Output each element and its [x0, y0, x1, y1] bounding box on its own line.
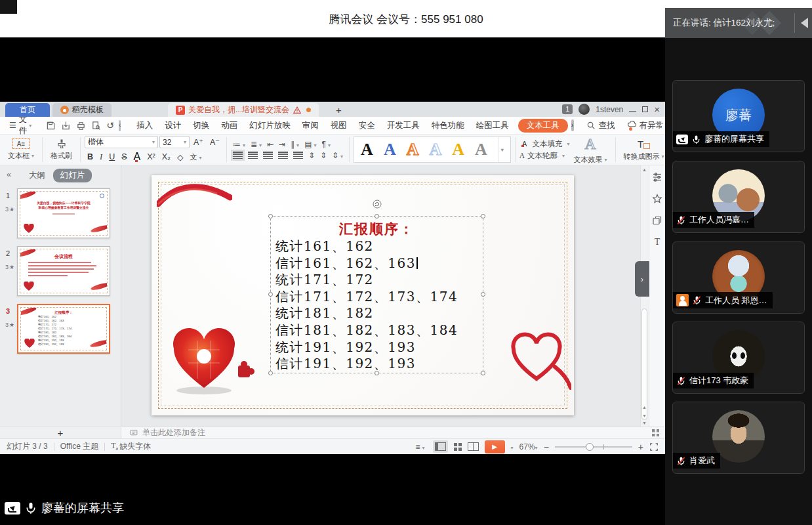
user-avatar[interactable]	[579, 104, 590, 115]
menu-design[interactable]: 设计	[159, 120, 187, 131]
redo-icon[interactable]	[119, 120, 121, 131]
new-tab-button[interactable]	[336, 104, 342, 117]
resize-handle[interactable]	[375, 371, 379, 375]
text-effect-button[interactable]: 文本效果	[569, 135, 611, 165]
play-slideshow-button[interactable]	[485, 440, 505, 453]
zoom-slider[interactable]	[555, 446, 632, 448]
text-pane-icon[interactable]	[655, 237, 660, 247]
text-fill-button[interactable]: 文本填充	[519, 139, 570, 149]
text-direction-button[interactable]: ▤	[302, 140, 318, 149]
restore-icon[interactable]	[642, 106, 648, 112]
scrollbar-thumb[interactable]	[641, 308, 647, 420]
participant-tile[interactable]: 信计173 韦政豪	[672, 322, 805, 394]
line-spacing-button[interactable]: ⇕	[306, 151, 317, 160]
slide-sorter-view-button[interactable]	[454, 443, 462, 451]
resize-handle[interactable]	[268, 214, 273, 219]
resize-handle[interactable]	[481, 371, 485, 375]
paragraph-more-button[interactable]: ¶	[319, 140, 332, 149]
increase-indent-button[interactable]: ⇥	[277, 140, 287, 149]
menu-insert[interactable]: 插入	[131, 120, 159, 131]
previous-slide-icon[interactable]	[642, 405, 647, 410]
menu-slideshow[interactable]: 幻灯片放映	[243, 120, 296, 131]
subscript-button[interactable]	[159, 152, 173, 162]
wordart-more-button[interactable]	[498, 137, 504, 162]
underline-button[interactable]	[106, 152, 117, 162]
cloud-status-button[interactable]: 有异常	[621, 119, 672, 131]
wordart-style-orange-outline[interactable]	[407, 140, 419, 159]
menu-animation[interactable]: 动画	[215, 120, 243, 131]
font-color-button[interactable]	[131, 150, 144, 163]
superscript-button[interactable]	[144, 152, 158, 162]
participant-tile[interactable]: 工作人员 郑恩…	[672, 242, 805, 314]
menu-texttool-active[interactable]: 文本工具	[518, 119, 568, 133]
wordart-style-gold[interactable]	[452, 140, 464, 159]
wordart-style-black[interactable]	[361, 140, 373, 159]
participant-tile[interactable]: 廖蕃 廖蕃的屏幕共享	[672, 80, 805, 152]
resize-handle[interactable]	[481, 214, 485, 219]
file-menu[interactable]: 文件	[5, 114, 35, 136]
align-right-button[interactable]	[263, 152, 273, 159]
resize-handle[interactable]	[481, 292, 485, 297]
selection-pane-icon[interactable]	[652, 215, 662, 226]
decrease-font-button[interactable]	[207, 136, 222, 148]
menu-devtools[interactable]: 开发工具	[381, 120, 426, 131]
align-center-button[interactable]	[248, 152, 258, 159]
space-after-button[interactable]: ⇕	[330, 151, 345, 160]
close-icon[interactable]	[654, 104, 660, 115]
missing-font-label[interactable]: 缺失字体	[119, 441, 151, 452]
zoom-level[interactable]: 67%	[519, 442, 538, 452]
columns-button[interactable]: ∥	[289, 140, 301, 149]
account-badge[interactable]: 1	[562, 104, 573, 114]
theme-name[interactable]: Office 主题	[60, 441, 98, 452]
italic-button[interactable]	[97, 152, 105, 163]
wordart-style-blue-outline[interactable]	[429, 140, 441, 159]
collapse-panel-icon[interactable]	[7, 170, 11, 179]
find-button[interactable]: 查找	[580, 120, 619, 131]
wordart-gallery[interactable]	[354, 136, 511, 163]
normal-view-button-active[interactable]	[433, 440, 448, 453]
convert-to-diagram-button[interactable]: 转换成图示	[620, 138, 668, 161]
format-painter-button[interactable]: 格式刷	[47, 138, 76, 161]
text-outline-button[interactable]: 文本轮廓	[519, 151, 570, 161]
menu-scroll-button[interactable]	[571, 119, 574, 131]
zoom-out-button[interactable]	[544, 442, 549, 452]
export-icon[interactable]	[61, 121, 71, 131]
tab-slides[interactable]: 幻灯片	[53, 169, 92, 182]
slide-thumbnail-2[interactable]: 会议流程	[17, 246, 110, 296]
rotate-handle-icon[interactable]	[373, 200, 382, 209]
print-icon[interactable]	[76, 121, 86, 131]
play-options-dropdown[interactable]	[511, 442, 514, 452]
align-left-button[interactable]	[233, 152, 243, 159]
font-family-select[interactable]: 楷体	[85, 136, 158, 148]
save-icon[interactable]	[46, 121, 56, 131]
textbox-button[interactable]: 文本框	[4, 138, 38, 161]
clear-format-button[interactable]	[174, 152, 186, 163]
slide-thumbnail-3-selected[interactable]: 汇报顺序： 统计161、162 信计161、162、163 统计171、172 …	[17, 304, 110, 354]
scroll-down-icon[interactable]	[642, 421, 647, 425]
tab-document[interactable]: P 关爱自我，拥...培训暨交流会	[168, 103, 319, 117]
menu-drawtools[interactable]: 绘图工具	[470, 120, 515, 131]
scroll-up-icon[interactable]	[642, 167, 647, 172]
font-size-select[interactable]: 32	[159, 136, 190, 148]
menu-view[interactable]: 视图	[325, 120, 353, 131]
tab-outline[interactable]: 大纲	[29, 170, 45, 181]
decrease-indent-button[interactable]: ⇤	[265, 140, 275, 149]
next-slide-icon[interactable]	[642, 413, 647, 418]
animation-pane-icon[interactable]	[652, 194, 662, 204]
expand-task-pane-button[interactable]	[635, 261, 649, 297]
minimize-icon[interactable]	[629, 111, 636, 112]
menu-features[interactable]: 特色功能	[426, 120, 470, 131]
align-justify-button[interactable]	[278, 152, 288, 159]
increase-font-button[interactable]	[191, 136, 206, 148]
tab-home[interactable]: 首页	[5, 103, 50, 117]
slide-textbox-selected[interactable]: 汇报顺序： 统计161、162 信计161、162、163 统计171、172 …	[270, 216, 483, 373]
menu-review[interactable]: 审阅	[296, 120, 325, 131]
menu-transition[interactable]: 切换	[187, 120, 215, 131]
print-preview-icon[interactable]	[91, 121, 101, 131]
zoom-slider-knob[interactable]	[586, 443, 594, 451]
numbered-list-button[interactable]: ≣	[249, 140, 264, 149]
resize-handle[interactable]	[268, 292, 273, 297]
grid-view-icon[interactable]	[652, 429, 659, 436]
collapse-arrow-icon[interactable]	[801, 18, 808, 28]
fit-slide-icon[interactable]	[649, 442, 659, 452]
